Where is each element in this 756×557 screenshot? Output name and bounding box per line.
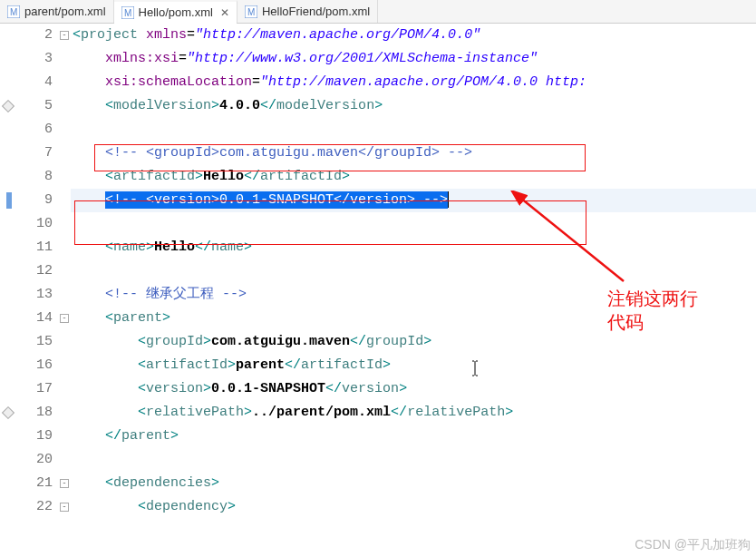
maven-file-icon: M [245, 5, 257, 18]
code-line[interactable]: <dependency> [71, 495, 756, 519]
code-line[interactable]: <artifactId>parent</artifactId> [71, 354, 756, 377]
fold-toggle-icon[interactable]: - [60, 503, 69, 512]
tab-label: Hello/pom.xml [139, 5, 213, 19]
code-line[interactable]: <modelVersion>4.0.0</modelVersion> [71, 94, 756, 118]
close-icon[interactable]: ✕ [220, 6, 229, 19]
line-number-gutter: 2345678910111213141516171819202122 [16, 24, 58, 557]
line-number: 18 [16, 401, 53, 425]
watermark: CSDN @平凡加班狗 [635, 537, 751, 553]
code-line[interactable]: <!-- <version>0.0.1-SNAPSHOT</version> -… [71, 189, 756, 212]
fold-toggle-icon[interactable]: - [60, 31, 69, 40]
editor-tabbar: M parent/pom.xml M Hello/pom.xml ✕ M Hel… [0, 0, 756, 24]
line-number: 5 [16, 94, 53, 118]
code-line[interactable] [71, 259, 756, 283]
code-line[interactable] [71, 448, 756, 472]
code-line[interactable]: <relativePath>../parent/pom.xml</relativ… [71, 401, 756, 425]
tab-hello-pom[interactable]: M Hello/pom.xml ✕ [114, 0, 237, 23]
fold-toggle-icon[interactable]: - [60, 314, 69, 323]
line-number: 8 [16, 165, 53, 189]
code-line[interactable] [71, 118, 756, 142]
code-line[interactable]: <artifactId>Hello</artifactId> [71, 165, 756, 189]
tab-parent-pom[interactable]: M parent/pom.xml [0, 0, 114, 23]
code-line[interactable]: <name>Hello</name> [71, 236, 756, 259]
line-number: 19 [16, 425, 53, 448]
line-number: 6 [16, 118, 53, 142]
line-number: 7 [16, 142, 53, 165]
code-line[interactable]: <!-- <groupId>com.atguigu.maven</groupId… [71, 142, 756, 165]
code-area[interactable]: <project xmlns="http://maven.apache.org/… [71, 24, 756, 557]
line-number: 9 [16, 189, 53, 212]
line-number: 13 [16, 283, 53, 307]
tab-hellofriend-pom[interactable]: M HelloFriend/pom.xml [237, 0, 378, 23]
line-number: 11 [16, 236, 53, 259]
code-line[interactable]: </parent> [71, 425, 756, 448]
tab-label: parent/pom.xml [24, 5, 106, 18]
line-number: 10 [16, 212, 53, 236]
line-number: 12 [16, 259, 53, 283]
code-editor[interactable]: 2345678910111213141516171819202122 ---- … [0, 24, 756, 557]
code-line[interactable]: <version>0.0.1-SNAPSHOT</version> [71, 377, 756, 401]
svg-text:M: M [124, 8, 131, 18]
line-number: 2 [16, 24, 53, 47]
line-number: 3 [16, 47, 53, 71]
line-number: 14 [16, 307, 53, 330]
code-line[interactable]: <project xmlns="http://maven.apache.org/… [71, 24, 756, 47]
line-number: 4 [16, 71, 53, 94]
tab-label: HelloFriend/pom.xml [262, 5, 370, 18]
marker-ruler [0, 24, 16, 557]
maven-file-icon: M [7, 5, 20, 18]
code-line[interactable]: xsi:schemaLocation="http://maven.apache.… [71, 71, 756, 94]
code-line[interactable]: <!-- 继承父工程 --> [71, 283, 756, 307]
code-line[interactable]: <dependencies> [71, 472, 756, 495]
code-line[interactable]: <groupId>com.atguigu.maven</groupId> [71, 330, 756, 354]
svg-text:M: M [10, 7, 17, 17]
maven-file-icon: M [121, 6, 134, 19]
fold-ruler: ---- [58, 24, 71, 557]
line-number: 22 [16, 495, 53, 519]
line-number: 15 [16, 330, 53, 354]
code-line[interactable] [71, 212, 756, 236]
line-number: 16 [16, 354, 53, 377]
code-line[interactable]: xmlns:xsi="http://www.w3.org/2001/XMLSch… [71, 47, 756, 71]
fold-toggle-icon[interactable]: - [60, 479, 69, 488]
line-number: 17 [16, 377, 53, 401]
svg-text:M: M [247, 7, 255, 17]
line-number: 20 [16, 448, 53, 472]
code-line[interactable]: <parent> [71, 307, 756, 330]
line-number: 21 [16, 472, 53, 495]
